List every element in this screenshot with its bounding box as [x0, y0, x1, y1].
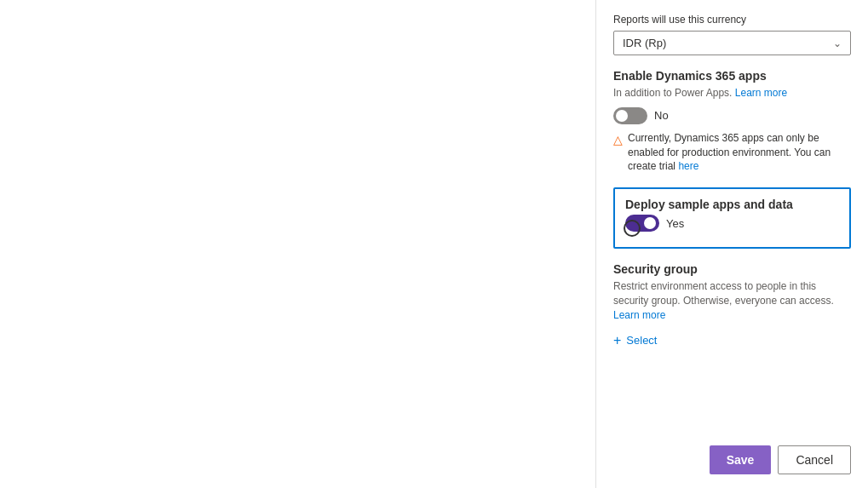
dynamics-warning: △ Currently, Dynamics 365 apps can only … [613, 131, 851, 174]
dynamics-learn-more-link[interactable]: Learn more [735, 87, 787, 99]
currency-dropdown[interactable]: IDR (Rp) ⌄ [613, 31, 851, 55]
dynamics-section: Enable Dynamics 365 apps In addition to … [613, 69, 851, 187]
left-panel [0, 0, 596, 488]
dynamics-toggle-label: No [654, 109, 669, 122]
right-panel: Reports will use this currency IDR (Rp) … [596, 0, 868, 488]
security-description: Restrict environment access to people in… [613, 279, 851, 322]
security-title: Security group [613, 262, 851, 276]
warning-icon: △ [613, 132, 623, 174]
currency-label: Reports will use this currency [613, 14, 851, 26]
dynamics-toggle-row: No [613, 107, 851, 124]
deploy-toggle-row: Yes [625, 215, 839, 232]
deploy-title: Deploy sample apps and data [625, 198, 839, 211]
warning-text: Currently, Dynamics 365 apps can only be… [628, 131, 851, 174]
save-button[interactable]: Save [710, 445, 772, 474]
currency-section: Reports will use this currency IDR (Rp) … [613, 14, 851, 69]
security-select-button[interactable]: + Select [613, 330, 657, 352]
select-label: Select [626, 334, 657, 347]
dynamics-title: Enable Dynamics 365 apps [613, 69, 851, 83]
plus-icon: + [613, 333, 621, 348]
security-section: Security group Restrict environment acce… [613, 262, 851, 351]
chevron-down-icon: ⌄ [833, 37, 842, 49]
deploy-section: Deploy sample apps and data Yes [613, 187, 851, 249]
dynamics-toggle[interactable] [613, 107, 647, 124]
dynamics-description: In addition to Power Apps. Learn more [613, 86, 851, 100]
deploy-toggle-label: Yes [666, 217, 684, 230]
cancel-button[interactable]: Cancel [778, 445, 851, 474]
currency-value: IDR (Rp) [623, 37, 666, 49]
footer-actions: Save Cancel [710, 445, 851, 474]
deploy-toggle[interactable] [625, 215, 659, 232]
warning-link[interactable]: here [678, 160, 698, 172]
security-learn-more-link[interactable]: Learn more [613, 309, 665, 321]
